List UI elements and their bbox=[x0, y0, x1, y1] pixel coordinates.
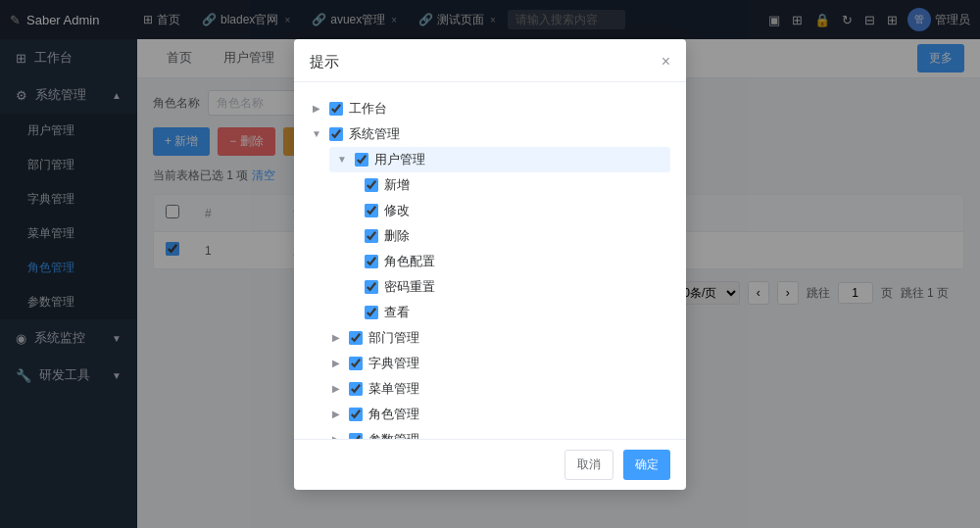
tree-row-roles: ▶ 角色管理 bbox=[329, 402, 670, 427]
tree-checkbox-menus[interactable] bbox=[349, 382, 363, 396]
tree-checkbox-workspace[interactable] bbox=[329, 102, 343, 116]
tree-row-dict: ▶ 字典管理 bbox=[329, 351, 670, 376]
permission-modal: 提示 × ▶ 工作台 ▼ 系统管理 bbox=[294, 39, 686, 490]
tree-row-pwd-reset: 密码重置 bbox=[365, 274, 670, 300]
tree-row-edit: 修改 bbox=[365, 198, 670, 223]
tree-checkbox-view[interactable] bbox=[365, 306, 378, 319]
tree-leaf-users: 新增 修改 删除 bbox=[329, 172, 670, 325]
tree-row-delete: 删除 bbox=[365, 223, 670, 249]
tree-label-users: 用户管理 bbox=[374, 151, 425, 168]
modal-close-button[interactable]: × bbox=[662, 53, 670, 71]
tree-checkbox-roles[interactable] bbox=[349, 408, 363, 421]
modal-title: 提示 bbox=[310, 53, 339, 72]
tree-label-role-config: 角色配置 bbox=[384, 253, 435, 270]
tree-checkbox-pwd-reset[interactable] bbox=[365, 280, 378, 294]
tree-label-delete: 删除 bbox=[384, 227, 410, 245]
tree-row-departments: ▶ 部门管理 bbox=[329, 325, 670, 351]
tree-expand-icon[interactable]: ▶ bbox=[329, 408, 343, 421]
tree-label-menus: 菜单管理 bbox=[368, 380, 419, 398]
tree-label-edit: 修改 bbox=[384, 202, 410, 219]
tree-node-users: ▼ 用户管理 新增 修改 bbox=[329, 147, 670, 325]
tree-label-departments: 部门管理 bbox=[368, 329, 419, 347]
cancel-button[interactable]: 取消 bbox=[564, 450, 613, 480]
tree-row-users: ▼ 用户管理 bbox=[329, 147, 670, 172]
tree-checkbox-edit[interactable] bbox=[365, 204, 378, 217]
tree-label-view: 查看 bbox=[384, 304, 410, 321]
tree-label-pwd-reset: 密码重置 bbox=[384, 278, 435, 296]
tree-expand-icon[interactable]: ▼ bbox=[310, 127, 323, 141]
modal-overlay[interactable]: 提示 × ▶ 工作台 ▼ 系统管理 bbox=[0, 0, 980, 528]
confirm-button[interactable]: 确定 bbox=[623, 450, 670, 480]
tree-expand-icon[interactable]: ▶ bbox=[310, 102, 323, 116]
tree-row-view: 查看 bbox=[365, 300, 670, 325]
tree-expand-icon[interactable]: ▶ bbox=[329, 331, 343, 345]
tree-checkbox-add[interactable] bbox=[365, 178, 378, 192]
tree-checkbox-users[interactable] bbox=[355, 153, 368, 167]
modal-body: ▶ 工作台 ▼ 系统管理 bbox=[294, 82, 686, 439]
tree-label-add: 新增 bbox=[384, 176, 410, 194]
tree-checkbox-role-config[interactable] bbox=[365, 255, 378, 268]
tree-row-workspace: ▶ 工作台 bbox=[310, 96, 670, 121]
tree-row-role-config: 角色配置 bbox=[365, 249, 670, 274]
tree-children-system: ▼ 用户管理 新增 修改 bbox=[310, 147, 670, 439]
tree-label-params: 参数管理 bbox=[368, 431, 419, 439]
tree-row-params: ▶ 参数管理 bbox=[329, 427, 670, 439]
tree-node-system: ▼ 系统管理 ▼ 用户管理 bbox=[310, 121, 670, 439]
tree-expand-icon[interactable]: ▶ bbox=[329, 357, 343, 370]
tree-row-add: 新增 bbox=[365, 172, 670, 198]
tree-checkbox-system[interactable] bbox=[329, 127, 343, 141]
tree-label-workspace: 工作台 bbox=[349, 100, 387, 118]
tree-row-system: ▼ 系统管理 bbox=[310, 121, 670, 147]
tree-checkbox-departments[interactable] bbox=[349, 331, 363, 345]
tree-checkbox-delete[interactable] bbox=[365, 229, 378, 243]
tree-label-dict: 字典管理 bbox=[368, 355, 419, 372]
tree-label-system: 系统管理 bbox=[349, 125, 400, 143]
tree-expand-icon[interactable]: ▼ bbox=[335, 153, 349, 167]
tree-checkbox-dict[interactable] bbox=[349, 357, 363, 370]
tree-row-menus: ▶ 菜单管理 bbox=[329, 376, 670, 402]
tree-node-workspace: ▶ 工作台 bbox=[310, 96, 670, 121]
app: ✎ Saber Admin ⊞ 首页 🔗 bladex官网 × 🔗 avuex管… bbox=[0, 0, 980, 528]
tree-expand-icon[interactable]: ▶ bbox=[329, 382, 343, 396]
modal-header: 提示 × bbox=[294, 39, 686, 82]
modal-footer: 取消 确定 bbox=[294, 439, 686, 490]
tree-label-roles: 角色管理 bbox=[368, 406, 419, 423]
